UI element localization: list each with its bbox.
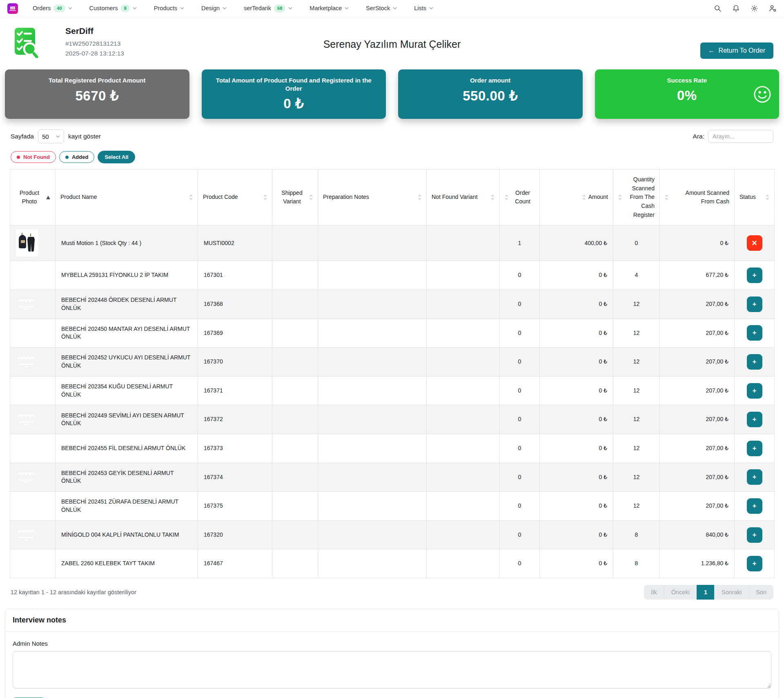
search-icon[interactable] [714,4,722,12]
qty-scanned-cell: 12 [613,463,660,492]
select-all-button[interactable]: Select All [98,151,135,163]
status-add-button[interactable]: + [747,354,762,370]
amount-scanned-cell: 677,20 ₺ [660,261,735,290]
status-cell: ✕ [735,225,775,261]
status-add-button[interactable]: + [747,383,762,399]
page-prev-button[interactable]: Önceki [664,585,697,600]
qty-scanned-cell: 8 [613,549,660,578]
return-to-order-button[interactable]: ← Return To Order [700,42,773,59]
admin-notes-textarea[interactable] [13,651,771,689]
table-row: MİNİGOLD 004 KALPLİ PANTALONLU TAKIM 167… [10,520,775,549]
status-remove-button[interactable]: ✕ [747,235,762,251]
chevron-down-icon [56,135,60,138]
order-number: #1W250728131213 [65,40,124,47]
product-placeholder-icon [16,409,36,430]
table-search: Ara: [693,130,773,143]
product-photo-cell [10,492,56,521]
table-row: BEBECHİ 202455 FİL DESENLİ ARMUT ÖNLÜK 1… [10,434,775,463]
red-dot-icon [17,156,20,159]
user-settings-icon[interactable] [769,4,777,12]
col-product-photo[interactable]: Product Photo [10,169,56,225]
app-logo-icon[interactable] [7,3,18,14]
preparation-notes-cell [318,261,427,290]
nav-item-label: Marketplace [310,5,342,11]
col-preparation-notes[interactable]: Preparation Notes [318,169,427,225]
page-1-button[interactable]: 1 [697,585,714,600]
nav-item-design[interactable]: Design [201,5,227,11]
not-found-variant-cell [427,348,500,377]
nav-item-customers[interactable]: Customers8 [89,4,137,12]
nav-item-products[interactable]: Products [154,5,184,11]
shipped-variant-cell [272,434,318,463]
table-row: BEBECHİ 202450 MANTAR AYI DESENLİ ARMUT … [10,319,775,348]
qty-scanned-cell: 0 [613,225,660,261]
preparation-notes-cell [318,376,427,405]
col-product-name[interactable]: Product Name [56,169,198,225]
amount-cell: 0 ₺ [540,463,613,492]
gear-icon[interactable] [751,4,758,12]
status-add-button[interactable]: + [747,441,762,456]
product-placeholder-icon [16,467,36,488]
col-shipped-variant[interactable]: Shipped Variant [272,169,318,225]
col-status[interactable]: Status [735,169,775,225]
nav-badge: 68 [274,4,285,12]
amount-cell: 0 ₺ [540,520,613,549]
nav-item-marketplace[interactable]: Marketplace [310,5,349,11]
product-photo-cell [10,376,56,405]
col-amount-scanned[interactable]: Amount Scanned From Cash [660,169,735,225]
page-last-button[interactable]: Son [748,585,773,600]
product-name-cell: BEBECHİ 202449 SEVİMLİ AYI DESEN ARMUT Ö… [56,405,198,434]
pagination: İlk Önceki 1 Sonraki Son [644,585,773,600]
products-table: Product Photo Product Name Product Code … [10,169,775,578]
page-size-select[interactable]: 50 [38,129,64,143]
filter-not-found-button[interactable]: Not Found [11,151,56,163]
status-add-button[interactable]: + [747,297,762,312]
status-add-button[interactable]: + [747,556,762,571]
status-add-button[interactable]: + [747,325,762,341]
stat-value: 550.00 ₺ [404,88,577,104]
product-name-cell: Musti Motion 1 (Stock Qty : 44 ) [56,225,198,261]
status-add-button[interactable]: + [747,527,762,543]
nav-item-lists[interactable]: Lists [414,5,433,11]
sort-icon [766,194,769,200]
stat-cards: Total Registered Product Amount 5670 ₺ T… [5,69,779,119]
product-photo [16,230,38,256]
sort-asc-icon [46,196,50,199]
page-title: SerDiff [65,26,124,36]
sort-icon [665,194,668,200]
nav-item-serstock[interactable]: SerStock [366,5,397,11]
page-first-button[interactable]: İlk [644,585,664,600]
nav-item-label: serTedarik [244,5,271,11]
top-navbar: Orders40Customers8ProductsDesignserTedar… [0,0,784,17]
stat-value: 0 ₺ [207,96,381,112]
product-photo-cell [10,463,56,492]
product-photo-cell [10,549,56,578]
col-amount[interactable]: Amount [540,169,613,225]
status-add-button[interactable]: + [747,498,762,514]
order-count-cell: 0 [500,261,540,290]
col-qty-scanned[interactable]: Quantity Scanned From The Cash Register [613,169,660,225]
product-code-cell: 167372 [198,405,272,434]
amount-scanned-cell: 0 ₺ [660,225,735,261]
page-size-value: 50 [42,133,49,140]
not-found-variant-cell [427,434,500,463]
status-add-button[interactable]: + [747,412,762,427]
col-product-code[interactable]: Product Code [198,169,272,225]
bell-icon[interactable] [732,4,740,12]
status-add-button[interactable]: + [747,469,762,485]
stat-found-registered: Total Amount of Product Found and Regist… [202,69,386,119]
page-header: SerDiff #1W250728131213 2025-07-28 13:12… [0,17,784,64]
col-not-found-variant[interactable]: Not Found Variant [427,169,500,225]
nav-item-orders[interactable]: Orders40 [33,4,72,12]
status-add-button[interactable]: + [747,268,762,283]
stat-label: Success Rate [601,76,774,85]
filter-added-button[interactable]: Added [59,151,94,163]
qty-scanned-cell: 12 [613,405,660,434]
search-input[interactable] [708,130,773,143]
col-order-count[interactable]: Order Count [500,169,540,225]
status-cell: + [735,405,775,434]
nav-badge: 8 [121,4,130,12]
page-next-button[interactable]: Sonraki [714,585,748,600]
qty-scanned-cell: 12 [613,492,660,521]
nav-item-sertedarik[interactable]: serTedarik68 [244,4,292,12]
